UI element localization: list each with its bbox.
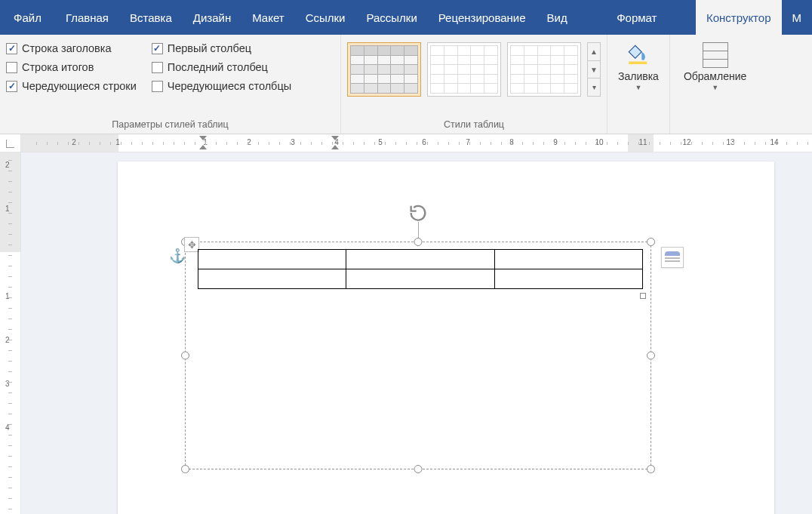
border-button[interactable]: Обрамление ▼ (676, 38, 754, 91)
resize-handle-tr[interactable] (647, 238, 655, 246)
check-total-row[interactable]: Строка итогов (6, 61, 137, 73)
table-style-thumb-2[interactable] (427, 42, 501, 97)
paint-bucket-icon (626, 42, 651, 68)
vertical-ruler[interactable]: 211234 (0, 152, 21, 514)
horizontal-ruler-area: 211234567891011121314 (0, 134, 812, 152)
chevron-down-icon: ▼ (712, 84, 718, 91)
check-label: Чередующиеся строки (22, 80, 137, 92)
table-style-gallery: ▲ ▼ ▾ (347, 38, 601, 117)
ribbon: Строка заголовка Строка итогов Чередующи… (0, 35, 812, 134)
menu-tabs-bar: Файл Главная Вставка Дизайн Макет Ссылки… (0, 0, 812, 35)
check-label: Чередующиеся столбцы (168, 80, 291, 92)
document-background: ⚓ ✥ (21, 152, 812, 514)
svg-rect-0 (629, 62, 647, 65)
tab-view[interactable]: Вид (537, 0, 578, 35)
tab-references[interactable]: Ссылки (295, 0, 356, 35)
ribbon-group-label-options: Параметры стилей таблиц (6, 117, 334, 134)
editor-zone: 211234 ⚓ ✥ (0, 152, 812, 514)
resize-handle-tm[interactable] (414, 238, 423, 246)
checkbox-icon (6, 43, 17, 54)
checkbox-icon (152, 62, 163, 73)
border-icon (703, 42, 728, 68)
gallery-scroll: ▲ ▼ ▾ (587, 42, 601, 97)
fill-button[interactable]: Заливка ▼ (611, 38, 666, 91)
check-first-col[interactable]: Первый столбец (152, 42, 291, 54)
gallery-more[interactable]: ▾ (588, 78, 600, 96)
checkbox-icon (152, 43, 163, 54)
border-label: Обрамление (684, 70, 746, 82)
horizontal-ruler[interactable]: 211234567891011121314 (21, 134, 812, 152)
resize-handle-br[interactable] (647, 465, 655, 473)
tab-home[interactable]: Главная (55, 0, 119, 35)
ruler-tab-selector[interactable] (0, 134, 21, 152)
fill-label: Заливка (618, 70, 659, 82)
resize-handle-bm[interactable] (414, 465, 423, 473)
rotate-handle[interactable] (408, 202, 429, 223)
document-table[interactable] (198, 249, 643, 289)
table-style-thumb-1[interactable] (347, 42, 421, 97)
ribbon-group-label-styles: Стили таблиц (347, 117, 601, 134)
tab-layout[interactable]: Макет (241, 0, 294, 35)
layout-options-button[interactable] (661, 247, 684, 268)
layout-options-icon (665, 251, 680, 263)
resize-handle-mr[interactable] (647, 352, 655, 360)
checkbox-icon (6, 62, 17, 73)
table-move-handle[interactable]: ✥ (184, 237, 199, 252)
resize-handle-ml[interactable] (181, 352, 189, 360)
table-style-thumb-3[interactable] (507, 42, 581, 97)
indent-marker-left[interactable] (199, 136, 207, 149)
table-resize-handle[interactable] (640, 293, 646, 299)
tab-format[interactable]: Формат (606, 0, 667, 35)
table-row[interactable] (198, 250, 643, 269)
tab-design[interactable]: Дизайн (183, 0, 241, 35)
check-banded-rows[interactable]: Чередующиеся строки (6, 80, 137, 92)
check-header-row[interactable]: Строка заголовка (6, 42, 137, 54)
check-last-col[interactable]: Последний столбец (152, 61, 291, 73)
checkbox-icon (152, 81, 163, 92)
check-label: Последний столбец (168, 61, 268, 73)
tab-constructor[interactable]: Конструктор (696, 0, 782, 35)
gallery-scroll-up[interactable]: ▲ (588, 43, 600, 61)
gallery-scroll-down[interactable]: ▼ (588, 61, 600, 79)
tab-file[interactable]: Файл (0, 0, 55, 35)
checkbox-icon (6, 81, 17, 92)
check-label: Первый столбец (168, 42, 251, 54)
tab-mailings[interactable]: Рассылки (355, 0, 427, 35)
check-banded-cols[interactable]: Чередующиеся столбцы (152, 80, 291, 92)
table-row[interactable] (198, 269, 643, 289)
check-label: Строка итогов (22, 61, 94, 73)
anchor-icon[interactable]: ⚓ (169, 248, 186, 264)
tab-next-partial[interactable]: М (782, 0, 813, 35)
indent-marker-right[interactable] (331, 136, 339, 149)
tab-insert[interactable]: Вставка (119, 0, 183, 35)
resize-handle-bl[interactable] (181, 465, 189, 473)
check-label: Строка заголовка (22, 42, 112, 54)
chevron-down-icon: ▼ (635, 84, 641, 91)
tab-review[interactable]: Рецензирование (428, 0, 537, 35)
